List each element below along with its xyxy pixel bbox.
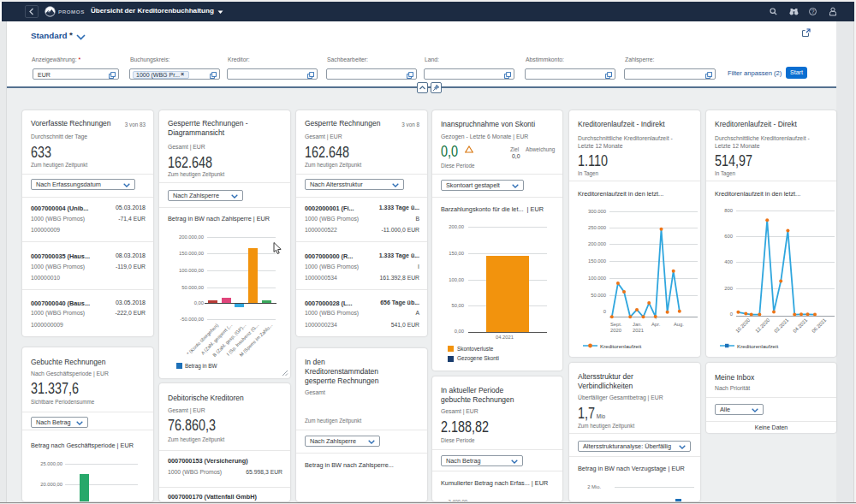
svg-text:?: ?	[811, 9, 815, 15]
